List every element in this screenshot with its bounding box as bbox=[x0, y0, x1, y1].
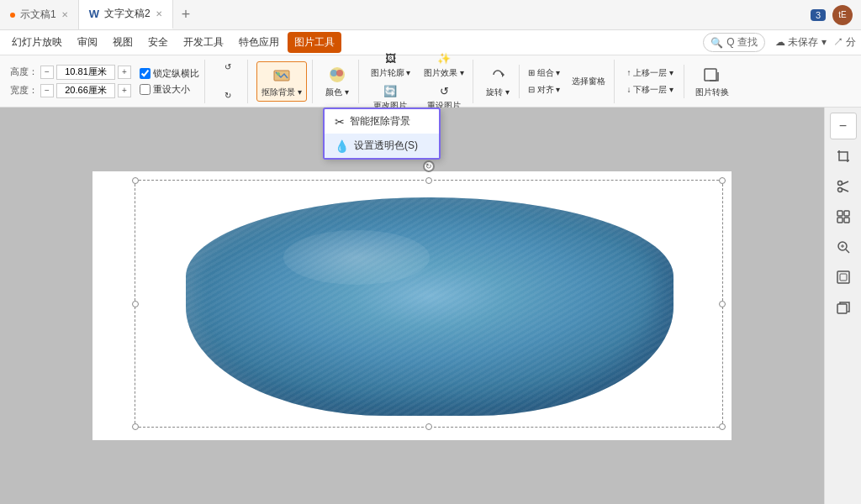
dropdown-menu: ✂ 智能抠除背景 💧 设置透明色(S) bbox=[323, 108, 441, 160]
pillow-texture bbox=[186, 197, 673, 416]
handle-top-mid[interactable] bbox=[425, 177, 432, 184]
rotate-btn[interactable]: 旋转 ▾ bbox=[482, 62, 514, 101]
svg-rect-12 bbox=[844, 211, 849, 216]
copy-btn[interactable] bbox=[830, 294, 857, 321]
rotate-left-icon: ↺ bbox=[218, 57, 238, 77]
dropdown-set-transparent[interactable]: 💧 设置透明色(S) bbox=[325, 134, 439, 158]
lock-ratio-label: 锁定纵横比 bbox=[153, 67, 199, 80]
image-convert-label: 图片转换 bbox=[695, 87, 729, 98]
tab1-close[interactable]: ✕ bbox=[61, 10, 68, 19]
tab2-label: 文字文稿2 bbox=[104, 7, 151, 21]
height-input[interactable] bbox=[56, 65, 115, 80]
remove-background-btn[interactable]: 抠除背景 ▾ bbox=[256, 61, 307, 102]
align-btn[interactable]: ⊟ 对齐 ▾ bbox=[525, 82, 564, 97]
tab-presentation1[interactable]: 示文稿1 ✕ bbox=[0, 0, 79, 29]
image-convert-icon bbox=[702, 65, 722, 85]
search-icon: 🔍 bbox=[710, 37, 723, 49]
tab1-label: 示文稿1 bbox=[20, 8, 56, 22]
dropdown-smart-remove[interactable]: ✂ 智能抠除背景 bbox=[325, 109, 439, 134]
width-input[interactable] bbox=[56, 83, 115, 98]
image-frame-icon: 🖼 bbox=[382, 51, 399, 66]
share-btn[interactable]: ↗ 分 bbox=[833, 35, 856, 50]
lock-ratio-checkbox[interactable] bbox=[140, 68, 151, 79]
rotate-right-btn[interactable]: ↻ bbox=[214, 83, 242, 108]
reset-size-checkbox[interactable] bbox=[140, 84, 151, 95]
reset-size-row: 重设大小 bbox=[140, 83, 199, 96]
width-row: 宽度： − + bbox=[10, 83, 131, 98]
smart-remove-icon: ✂ bbox=[335, 115, 345, 129]
handle-top-left[interactable] bbox=[132, 177, 139, 184]
zoom-out-btn[interactable]: − bbox=[830, 113, 857, 139]
height-label: 高度： bbox=[10, 66, 38, 78]
svg-rect-11 bbox=[837, 211, 843, 216]
search-box[interactable]: 🔍 Q 查找 bbox=[703, 33, 765, 52]
reset-image-icon: ↺ bbox=[436, 84, 452, 99]
width-plus[interactable]: + bbox=[118, 84, 131, 97]
menu-view[interactable]: 视图 bbox=[106, 32, 140, 53]
height-plus[interactable]: + bbox=[118, 66, 131, 79]
handle-top-right[interactable] bbox=[719, 177, 726, 184]
handle-bot-mid[interactable] bbox=[425, 423, 432, 430]
rotate-handle[interactable]: ↻ bbox=[423, 160, 435, 172]
dimension-group: 高度： − + 宽度： − + 锁定纵横比 重设大小 bbox=[5, 60, 205, 103]
move-up-btn[interactable]: ↑ 上移一层 ▾ bbox=[623, 66, 677, 81]
add-tab-button[interactable]: + bbox=[173, 0, 199, 29]
canvas-area[interactable]: ↻ bbox=[0, 108, 824, 504]
menu-security[interactable]: 安全 bbox=[141, 32, 175, 53]
svg-line-16 bbox=[846, 249, 849, 253]
svg-point-3 bbox=[330, 70, 337, 76]
layer-group: ↑ 上移一层 ▾ ↓ 下移一层 ▾ 图片转换 bbox=[618, 60, 738, 103]
image-effect-btn[interactable]: ✨ 图片效果 ▾ bbox=[420, 50, 467, 81]
svg-rect-19 bbox=[837, 271, 849, 283]
svg-rect-14 bbox=[844, 218, 849, 223]
svg-marker-5 bbox=[502, 72, 504, 77]
handle-mid-right[interactable] bbox=[719, 301, 726, 307]
image-convert-btn[interactable]: 图片转换 bbox=[691, 62, 733, 101]
tab-text2[interactable]: W 文字文稿2 ✕ bbox=[79, 0, 173, 29]
lock-ratio-row: 锁定纵横比 bbox=[140, 67, 199, 80]
menu-devtools[interactable]: 开发工具 bbox=[177, 32, 230, 53]
tab2-close[interactable]: ✕ bbox=[156, 9, 162, 18]
height-minus[interactable]: − bbox=[40, 66, 54, 79]
unsaved-label[interactable]: ☁ 未保存 ▾ bbox=[775, 35, 827, 50]
menu-imagetools[interactable]: 图片工具 bbox=[288, 32, 341, 53]
select-pane-btn[interactable]: 选择窗格 bbox=[568, 74, 609, 89]
crop-btn[interactable] bbox=[830, 143, 857, 170]
toolbar: 高度： − + 宽度： − + 锁定纵横比 重设大小 bbox=[0, 55, 861, 108]
smart-remove-label: 智能抠除背景 bbox=[350, 114, 410, 129]
handle-bot-right[interactable] bbox=[719, 423, 726, 430]
color-label: 颜色 ▾ bbox=[325, 87, 349, 98]
color-group: 颜色 ▾ bbox=[316, 60, 359, 103]
menu-review[interactable]: 审阅 bbox=[71, 32, 104, 53]
combine-btn[interactable]: ⊞ 组合 ▾ bbox=[525, 66, 564, 81]
svg-rect-6 bbox=[705, 69, 716, 81]
rotate-group: ↺ ↻ bbox=[209, 60, 248, 103]
zoom-search-btn[interactable] bbox=[830, 234, 857, 260]
reset-size-label: 重设大小 bbox=[153, 83, 190, 96]
menu-slideshow[interactable]: 幻灯片放映 bbox=[5, 32, 69, 53]
unsaved-dot bbox=[10, 13, 15, 18]
fit-btn[interactable] bbox=[830, 264, 857, 291]
pillow-image bbox=[186, 197, 673, 416]
menu-right: ☁ 未保存 ▾ ↗ 分 bbox=[775, 35, 856, 50]
width-label: 宽度： bbox=[10, 84, 38, 97]
svg-point-1 bbox=[277, 72, 280, 76]
move-down-btn[interactable]: ↓ 下移一层 ▾ bbox=[623, 82, 677, 97]
main-area: ↻ − bbox=[0, 108, 861, 504]
image-selection[interactable]: ↻ bbox=[135, 180, 723, 428]
menu-features[interactable]: 特色应用 bbox=[232, 32, 286, 53]
remove-bg-group: 抠除背景 ▾ bbox=[251, 60, 313, 103]
change-image-icon: 🔄 bbox=[382, 84, 399, 99]
rotate-left-btn[interactable]: ↺ bbox=[214, 55, 242, 80]
width-minus[interactable]: − bbox=[40, 84, 54, 97]
handle-mid-left[interactable] bbox=[132, 301, 139, 307]
scissors-btn[interactable] bbox=[830, 173, 857, 200]
split-btn[interactable] bbox=[830, 203, 857, 230]
rotate-right-icon: ↻ bbox=[218, 86, 238, 106]
image-frame-btn[interactable]: 🖼 图片轮廓 ▾ bbox=[367, 50, 415, 81]
handle-bot-left[interactable] bbox=[132, 423, 139, 430]
search-label: Q 查找 bbox=[726, 35, 758, 50]
color-btn[interactable]: 颜色 ▾ bbox=[321, 62, 353, 101]
svg-rect-20 bbox=[840, 274, 847, 281]
avatar[interactable]: tE bbox=[832, 5, 853, 25]
